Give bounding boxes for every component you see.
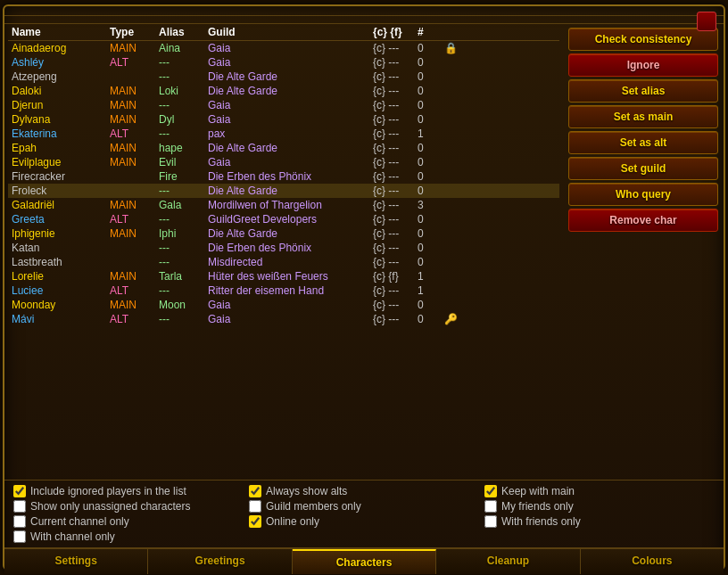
char-icon xyxy=(444,270,469,283)
char-type: MAIN xyxy=(110,156,159,168)
set-as-alt-button[interactable]: Set as alt xyxy=(568,131,718,154)
cleanup-tab[interactable]: Cleanup xyxy=(436,549,580,574)
buttons-section: Check consistencyIgnoreSet aliasSet as m… xyxy=(563,24,724,480)
char-alias: Gala xyxy=(159,199,208,211)
char-type: MAIN xyxy=(110,85,159,97)
table-row[interactable]: Ekaterina ALT --- pax {c} --- 1 xyxy=(8,127,559,141)
char-icon xyxy=(444,256,469,268)
char-icon xyxy=(444,284,469,297)
my-friends-only-checkbox[interactable] xyxy=(484,500,497,513)
always-show-alts-checkbox[interactable] xyxy=(249,485,261,497)
include-ignored-checkbox[interactable] xyxy=(13,485,26,497)
table-row[interactable]: Lorelie MAIN Tarla Hüter des weißen Feue… xyxy=(8,269,559,283)
table-row[interactable]: Epah MAIN hape Die Alte Garde {c} --- 0 xyxy=(8,141,559,155)
close-button[interactable] xyxy=(697,12,716,31)
character-table-section: Name Type Alias Guild {c} {f} # Ainadaer… xyxy=(4,24,563,480)
table-row[interactable]: Dylvana MAIN Dyl Gaia {c} --- 0 xyxy=(8,112,559,127)
char-misc: {c} --- xyxy=(373,70,418,83)
char-type: ALT xyxy=(110,127,159,140)
with-channel-only-checkbox[interactable] xyxy=(13,530,26,543)
char-type xyxy=(110,242,159,254)
char-num: 0 xyxy=(418,99,444,111)
char-icon xyxy=(444,156,469,168)
char-alias: hape xyxy=(159,142,208,154)
table-row[interactable]: Greeta ALT --- GuildGreet Developers {c}… xyxy=(8,212,559,226)
table-row[interactable]: Iphigenie MAIN Iphi Die Alte Garde {c} -… xyxy=(8,226,559,241)
table-row[interactable]: Lastbreath --- Misdirected {c} --- 0 xyxy=(8,255,559,269)
with-friends-only-checkbox[interactable] xyxy=(484,515,497,528)
current-channel-only-checkbox-label: Current channel only xyxy=(30,515,129,528)
online-only-checkbox-label: Online only xyxy=(266,515,319,528)
table-row[interactable]: Daloki MAIN Loki Die Alte Garde {c} --- … xyxy=(8,84,559,98)
col-guild: Guild xyxy=(208,26,373,38)
current-channel-only-checkbox[interactable] xyxy=(13,515,26,528)
char-alias: --- xyxy=(159,242,208,254)
char-icon xyxy=(444,56,469,69)
online-only-checkbox[interactable] xyxy=(249,515,261,528)
table-row[interactable]: Firecracker Fire Die Erben des Phönix {c… xyxy=(8,169,559,184)
who-query-button[interactable]: Who query xyxy=(568,183,718,206)
char-name: Daloki xyxy=(12,85,110,97)
check-consistency-button[interactable]: Check consistency xyxy=(568,28,718,51)
char-misc: {c} --- xyxy=(373,85,418,97)
keep-with-main-checkbox[interactable] xyxy=(484,485,497,497)
table-row[interactable]: Atzepeng --- Die Alte Garde {c} --- 0 xyxy=(8,70,559,84)
guild-members-only-checkbox[interactable] xyxy=(249,500,261,513)
char-icon xyxy=(444,199,469,211)
char-guild: Ritter der eisemen Hand xyxy=(208,284,373,297)
char-alias: --- xyxy=(159,127,208,140)
set-alias-button[interactable]: Set alias xyxy=(568,79,718,103)
char-guild: Die Alte Garde xyxy=(208,185,373,197)
char-misc: {c} --- xyxy=(373,199,418,211)
char-type: ALT xyxy=(110,56,159,69)
char-misc: {c} --- xyxy=(373,156,418,168)
table-row[interactable]: Katan --- Die Erben des Phönix {c} --- 0 xyxy=(8,241,559,255)
settings-tab[interactable]: Settings xyxy=(4,549,148,574)
table-row[interactable]: Froleck --- Die Alte Garde {c} --- 0 xyxy=(8,184,559,198)
table-row[interactable]: Mávi ALT --- Gaia {c} --- 0 🔑 xyxy=(8,312,559,326)
colours-tab[interactable]: Colours xyxy=(581,549,724,574)
set-as-main-button[interactable]: Set as main xyxy=(568,105,718,128)
table-row[interactable]: Djerun MAIN --- Gaia {c} --- 0 xyxy=(8,98,559,112)
char-name: Iphigenie xyxy=(12,227,110,240)
remove-char-button[interactable]: Remove char xyxy=(568,209,718,232)
char-misc: {c} --- xyxy=(373,284,418,297)
title-bar xyxy=(4,6,724,16)
char-num: 0 xyxy=(418,242,444,254)
char-guild: GuildGreet Developers xyxy=(208,213,373,226)
char-misc: {c} --- xyxy=(373,127,418,140)
char-guild: Misdirected xyxy=(208,256,373,268)
table-row[interactable]: Galadriël MAIN Gala Mordilwen of Thargel… xyxy=(8,198,559,212)
table-row[interactable]: Ashléy ALT --- Gaia {c} --- 0 xyxy=(8,55,559,70)
table-row[interactable]: Luciee ALT --- Ritter der eisemen Hand {… xyxy=(8,283,559,298)
characters-tab[interactable]: Characters xyxy=(293,549,436,574)
char-num: 0 xyxy=(418,156,444,168)
table-row[interactable]: Evilplague MAIN Evil Gaia {c} --- 0 xyxy=(8,155,559,169)
main-content: Name Type Alias Guild {c} {f} # Ainadaer… xyxy=(4,24,724,480)
col-misc: {c} {f} xyxy=(373,26,418,38)
table-row[interactable]: Moonday MAIN Moon Gaia {c} --- 0 xyxy=(8,298,559,312)
ignore-button[interactable]: Ignore xyxy=(568,53,718,77)
char-icon xyxy=(444,70,469,83)
char-guild: Gaia xyxy=(208,56,373,69)
char-num: 0 xyxy=(418,42,444,54)
char-icon xyxy=(444,85,469,97)
char-type xyxy=(110,185,159,197)
char-name: Galadriël xyxy=(12,199,110,211)
char-name: Luciee xyxy=(12,284,110,297)
char-misc: {c} --- xyxy=(373,227,418,240)
set-guild-button[interactable]: Set guild xyxy=(568,157,718,180)
char-alias: --- xyxy=(159,256,208,268)
keep-with-main-checkbox-item: Keep with main xyxy=(484,485,715,497)
greetings-tab[interactable]: Greetings xyxy=(148,549,292,574)
char-num: 0 xyxy=(418,142,444,154)
char-alias: Fire xyxy=(159,170,208,183)
char-num: 1 xyxy=(418,270,444,283)
char-icon xyxy=(444,113,469,126)
show-only-unassigned-checkbox[interactable] xyxy=(13,500,26,513)
char-name: Epah xyxy=(12,142,110,154)
char-guild: Die Alte Garde xyxy=(208,85,373,97)
table-row[interactable]: Ainadaerog MAIN Aina Gaia {c} --- 0 🔒 xyxy=(8,41,559,55)
char-type: ALT xyxy=(110,284,159,297)
my-friends-only-checkbox-item: My friends only xyxy=(484,500,715,513)
